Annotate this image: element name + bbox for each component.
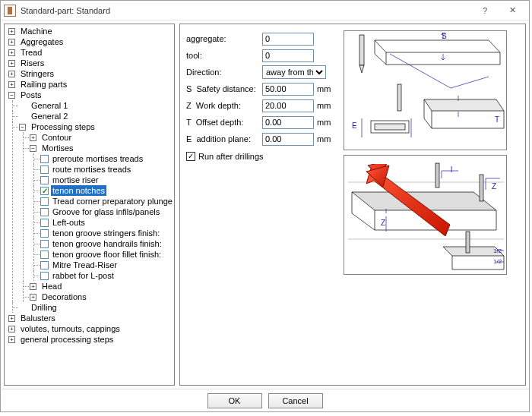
unit-label: mm [317,118,334,127]
tool-label: tool: [186,51,262,60]
properties-panel: aggregate: tool: Direction: away from th… [179,24,526,386]
tree-item-head[interactable]: +Head [29,281,174,292]
svg-rect-5 [480,175,483,201]
aggregate-input[interactable] [262,33,314,46]
workdepth-label: Z Work depth: [186,101,262,110]
tree-item-machine[interactable]: +Machine [8,26,174,36]
svg-rect-4 [435,163,439,188]
addition-input[interactable] [262,133,314,146]
safety-input[interactable] [262,83,314,96]
diagram-label-t: T [495,115,499,124]
aggregate-label: aggregate: [186,34,262,43]
expand-icon[interactable]: + [8,81,15,88]
tree-item-tread[interactable]: +Tread [8,47,174,58]
expand-icon[interactable]: + [30,294,36,301]
tree-item-preroute[interactable]: preroute mortises treads [40,153,174,164]
safety-label: S Safety distance: [186,84,262,93]
checkbox-icon[interactable] [40,240,49,248]
tree-item-left-outs[interactable]: Left-outs [40,217,174,228]
diagram-label-l: l [451,165,452,174]
expand-icon[interactable]: + [30,283,36,290]
app-icon [4,5,16,17]
expand-icon[interactable]: + [8,315,15,322]
run-after-label: Run after drillings [198,152,264,161]
collapse-icon[interactable]: − [19,124,26,131]
expand-icon[interactable]: + [8,60,15,67]
collapse-icon[interactable]: − [8,92,15,99]
checkbox-icon[interactable] [40,229,49,238]
expand-icon[interactable]: + [8,39,15,46]
expand-icon[interactable]: + [8,336,15,343]
tree-panel: +Machine +Aggregates +Tread +Risers +Str… [4,24,175,386]
tree-item-tread-corner[interactable]: Tread corner preparatory plunge cut [40,196,174,206]
collapse-icon[interactable]: − [30,145,36,152]
tree-item-drilling[interactable]: Drilling [18,302,174,313]
tree-item-aggregates[interactable]: +Aggregates [8,36,174,47]
unit-label: mm [317,101,334,110]
tree-item-contour[interactable]: +Contour [29,132,174,143]
tree-item-tg-stringers[interactable]: tenon groove stringers finish: [40,228,174,238]
checkbox-icon[interactable] [40,187,49,195]
expand-icon[interactable]: + [8,49,15,56]
checkbox-icon[interactable] [40,261,49,269]
expand-icon[interactable]: + [8,71,15,77]
run-after-checkbox[interactable] [186,152,195,161]
tree-item-tenon-notches[interactable]: tenon notches [40,185,174,196]
svg-rect-1 [397,84,401,111]
cancel-button[interactable]: Cancel [268,393,323,408]
unit-label: mm [317,84,334,93]
window-title: Standard-part: Standard [21,6,110,15]
checkbox-icon[interactable] [40,272,49,280]
diagram-label-h1: 1/2 [493,247,502,254]
svg-rect-3 [375,124,405,130]
diagram-top: S E T [344,30,507,150]
tree-item-groove-glass[interactable]: Groove for glass infils/panels [40,206,174,217]
diagram-label-z: Z [492,182,496,191]
expand-icon[interactable]: + [8,28,15,35]
tree-item-posts[interactable]: −Posts [8,90,174,100]
checkbox-icon[interactable] [40,155,49,163]
checkbox-icon[interactable] [40,208,49,216]
checkbox-icon[interactable] [40,197,49,206]
svg-rect-6 [466,232,470,253]
offset-input[interactable] [262,116,314,129]
unit-label: mm [317,134,334,143]
tree-item-mitre[interactable]: Mitre Tread-Riser [40,260,174,270]
diagram-label-z2: Z [381,219,385,227]
tree-item-processing-steps[interactable]: −Processing steps [18,121,174,132]
diagram-bottom: l Z Z 1/2 1/2 [344,155,507,275]
tree-item-rabbet[interactable]: rabbet for L-post [40,270,174,281]
tool-input[interactable] [262,49,314,62]
tree-item-route[interactable]: route mortises treads [40,164,174,175]
offset-label: T Offset depth: [186,118,262,127]
diagram-label-h2: 1/2 [493,258,502,265]
tree-item-volutes[interactable]: +volutes, turnouts, cappings [8,323,174,334]
direction-select[interactable]: away from the w [262,65,326,79]
tree-item-stringers[interactable]: +Stringers [8,68,174,79]
checkbox-icon[interactable] [40,219,49,227]
tree-item-mortise-riser[interactable]: mortise riser [40,175,174,185]
tree-item-general2[interactable]: General 2 [18,111,174,121]
tree-item-general1[interactable]: General 1 [18,100,174,111]
tree-item-tg-handrails[interactable]: tenon groove handrails finish: [40,238,174,249]
diagram-label-e: E [352,121,357,130]
tree-item-mortises[interactable]: −Mortises [29,143,174,153]
ok-button[interactable]: OK [207,393,262,408]
tree-item-balusters[interactable]: +Balusters [8,313,174,323]
workdepth-input[interactable] [262,99,314,112]
tree-item-decorations[interactable]: +Decorations [29,292,174,302]
tree-item-gps[interactable]: +general processing steps [8,334,174,345]
direction-label: Direction: [186,68,262,77]
close-button[interactable]: ✕ [499,1,526,20]
diagram-label-s: S [442,32,447,40]
tree-item-tg-floor[interactable]: tenon groove floor fillet finish: [40,249,174,260]
tree-item-railing-parts[interactable]: +Railing parts [8,79,174,90]
checkbox-icon[interactable] [40,251,49,259]
addition-label: E addition plane: [186,134,262,143]
tree-item-risers[interactable]: +Risers [8,58,174,68]
checkbox-icon[interactable] [40,176,49,184]
checkbox-icon[interactable] [40,165,49,174]
help-button[interactable]: ? [471,1,499,20]
expand-icon[interactable]: + [30,134,36,141]
expand-icon[interactable]: + [8,326,15,332]
